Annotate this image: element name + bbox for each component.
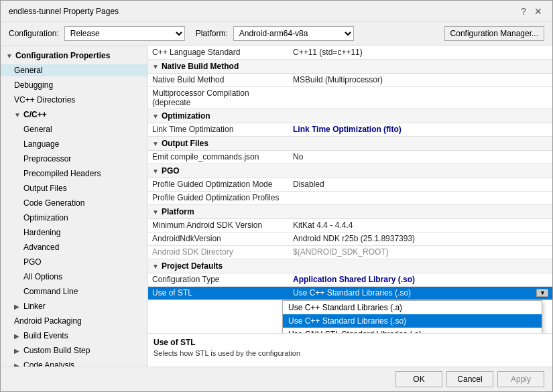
sidebar-cpp-language-label: Language [23, 139, 59, 149]
dropdown-option-1[interactable]: Use C++ Standard Libraries (.a) [283, 301, 542, 314]
prop-value: Application Shared Library (.so) [289, 273, 552, 286]
table-row: Native Build Method MSBuild (Multiproces… [148, 73, 552, 86]
prop-name: Minimum Android SDK Version [148, 218, 289, 232]
sidebar-item-cpp-all-options[interactable]: All Options [1, 269, 147, 284]
prop-value: MSBuild (Multiprocessor) [289, 73, 552, 86]
section-header-pgo: ▼PGO [148, 164, 552, 178]
sidebar-code-analysis-label: Code Analysis [23, 361, 74, 367]
table-row: Android SDK Directory $(ANDROID_SDK_ROOT… [148, 245, 552, 259]
sidebar-item-cpp-hardening[interactable]: Hardening [1, 225, 147, 240]
prop-value: C++11 (std=c++11) [289, 46, 552, 59]
sidebar-cpp-output-label: Output Files [23, 184, 67, 193]
tree-arrow-custom-build: ▶ [14, 347, 23, 354]
prop-value [289, 191, 552, 204]
platform-label: Platform: [196, 29, 228, 38]
bottom-panel: Use of STL Selects how STL is used by th… [148, 333, 552, 367]
sidebar-android-pkg-label: Android Packaging [14, 316, 82, 326]
title-bar-buttons: ? ✕ [517, 5, 544, 17]
platform-select[interactable]: Android-arm64-v8a [233, 26, 354, 41]
tree-arrow-linker: ▶ [14, 303, 23, 310]
sidebar-item-cpp-precompiled[interactable]: Precompiled Headers [1, 166, 147, 181]
properties-table: C++ Language Standard C++11 (std=c++11) … [148, 46, 552, 300]
sidebar-item-debugging[interactable]: Debugging [1, 78, 147, 92]
sidebar-item-cpp-cmd-line[interactable]: Command Line [1, 284, 147, 299]
prop-value [289, 86, 552, 109]
prop-name: Android SDK Directory [148, 245, 289, 259]
main-content: ▼ Configuration Properties General Debug… [1, 46, 552, 367]
sidebar-item-android-pkg[interactable]: Android Packaging [1, 314, 147, 328]
property-pages-window: endless-tunnel Property Pages ? ✕ Config… [0, 0, 553, 392]
section-header-native: ▼Native Build Method [148, 59, 552, 73]
dropdown-option-3[interactable]: Use GNU STL Standard Libraries (.a) [283, 328, 542, 334]
section-header-proj-defaults: ▼Project Defaults [148, 259, 552, 273]
sidebar-cpp-optimization-label: Optimization [23, 213, 68, 222]
table-row: Minimum Android SDK Version KitKat 4.4 -… [148, 218, 552, 232]
table-row: Link Time Optimization Link Time Optimiz… [148, 123, 552, 136]
apply-button[interactable]: Apply [497, 371, 544, 387]
table-row: Multiprocessor Compilation (deprecate [148, 86, 552, 109]
stl-dropdown-popup: Use C++ Standard Libraries (.a) Use C++ … [282, 300, 542, 334]
sidebar-item-cpp-output[interactable]: Output Files [1, 181, 147, 196]
use-of-stl-name: Use of STL [148, 286, 289, 300]
sidebar-item-code-analysis[interactable]: ▶ Code Analysis [1, 358, 147, 367]
sidebar-build-events-label: Build Events [23, 331, 68, 340]
table-row-use-of-stl[interactable]: Use of STL Use C++ Standard Libraries (.… [148, 286, 552, 300]
prop-name: Emit compile_commands.json [148, 150, 289, 164]
sidebar-custom-build-label: Custom Build Step [23, 346, 90, 355]
sidebar-item-cpp-advanced[interactable]: Advanced [1, 240, 147, 255]
table-row: AndroidNdkVersion Android NDK r25b (25.1… [148, 232, 552, 245]
table-row: Profile Guided Optimization Mode Disable… [148, 178, 552, 191]
sidebar-cpp-pgo-label: PGO [23, 257, 42, 267]
sidebar-item-general[interactable]: General [1, 63, 147, 78]
prop-value: KitKat 4.4 - 4.4.4 [289, 218, 552, 232]
window-title: endless-tunnel Property Pages [9, 7, 119, 16]
ok-button[interactable]: OK [395, 371, 442, 387]
cancel-button[interactable]: Cancel [446, 371, 493, 387]
section-label: ▼Native Build Method [148, 59, 552, 73]
sidebar-item-custom-build[interactable]: ▶ Custom Build Step [1, 343, 147, 358]
tree-arrow-code-analysis: ▶ [14, 362, 23, 367]
dropdown-arrow-icon[interactable]: ▼ [536, 289, 548, 297]
prop-name: Configuration Type [148, 273, 289, 286]
configuration-select[interactable]: Release [64, 26, 185, 41]
sidebar-cpp-general-label: General [23, 125, 52, 134]
configuration-manager-button[interactable]: Configuration Manager... [444, 26, 544, 41]
help-button[interactable]: ? [517, 5, 530, 17]
prop-value: No [289, 150, 552, 164]
tree-arrow-cpp: ▼ [14, 111, 23, 119]
config-label: Configuration: [9, 29, 59, 38]
table-row: C++ Language Standard C++11 (std=c++11) [148, 46, 552, 59]
sidebar-item-cpp-optimization[interactable]: Optimization [1, 210, 147, 225]
sidebar-item-cpp-preprocessor[interactable]: Preprocessor [1, 151, 147, 166]
sidebar-cpp-precompiled-label: Precompiled Headers [23, 169, 101, 178]
sidebar-cpp-cmd-line-label: Command Line [23, 287, 78, 296]
use-of-stl-value: Use C++ Standard Libraries (.so) ▼ [289, 286, 552, 300]
sidebar-cpp-label: C/C++ [23, 110, 47, 119]
section-label: ▼Platform [148, 204, 552, 218]
sidebar-general-label: General [14, 66, 43, 75]
sidebar-cpp-advanced-label: Advanced [23, 243, 59, 252]
sidebar-item-cpp-pgo[interactable]: PGO [1, 255, 147, 269]
section-header-output: ▼Output Files [148, 136, 552, 150]
section-label: ▼Optimization [148, 109, 552, 123]
prop-value: Link Time Optimization (flto) [289, 123, 552, 136]
sidebar-item-cpp[interactable]: ▼ C/C++ [1, 107, 147, 122]
sidebar-item-cpp-language[interactable]: Language [1, 137, 147, 151]
sidebar-cpp-codegen-label: Code Generation [23, 198, 84, 208]
table-row: Configuration Type Application Shared Li… [148, 273, 552, 286]
sidebar-item-cpp-codegen[interactable]: Code Generation [1, 196, 147, 210]
props-table-inner: C++ Language Standard C++11 (std=c++11) … [148, 46, 552, 333]
dropdown-option-2[interactable]: Use C++ Standard Libraries (.so) [283, 314, 542, 328]
sidebar-item-linker[interactable]: ▶ Linker [1, 299, 147, 314]
bottom-panel-title: Use of STL [153, 338, 547, 347]
sidebar-item-vc-dirs[interactable]: VC++ Directories [1, 92, 147, 107]
tree-arrow-build-events: ▶ [14, 332, 23, 340]
sidebar: ▼ Configuration Properties General Debug… [1, 46, 148, 367]
footer: OK Cancel Apply [1, 367, 552, 391]
sidebar-cpp-hardening-label: Hardening [23, 228, 60, 237]
prop-value: $(ANDROID_SDK_ROOT) [289, 245, 552, 259]
sidebar-item-build-events[interactable]: ▶ Build Events [1, 328, 147, 343]
sidebar-vc-dirs-label: VC++ Directories [14, 95, 75, 105]
close-button[interactable]: ✕ [532, 5, 544, 17]
sidebar-item-cpp-general[interactable]: General [1, 122, 147, 137]
